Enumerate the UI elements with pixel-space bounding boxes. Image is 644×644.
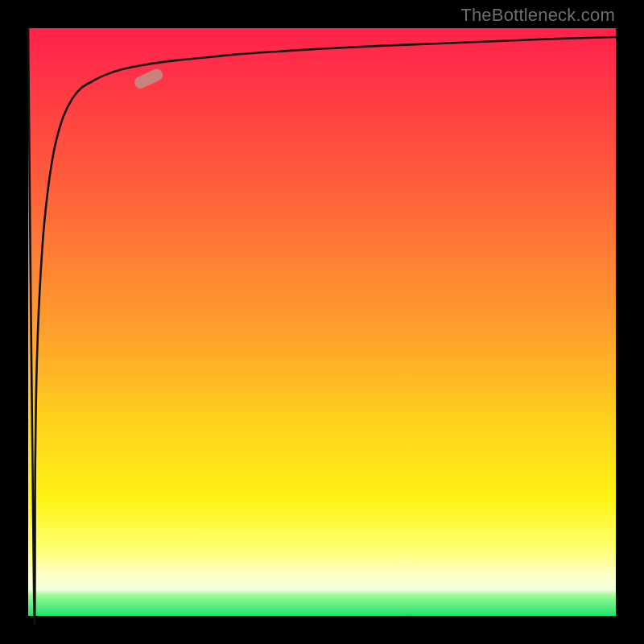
bottleneck-curve xyxy=(28,28,616,624)
chart-stage: TheBottleneck.com xyxy=(0,0,644,644)
curve-marker[interactable] xyxy=(133,68,164,90)
marker-pill-icon xyxy=(133,68,164,90)
watermark-text: TheBottleneck.com xyxy=(460,5,615,26)
curve-svg xyxy=(28,28,616,616)
plot-area xyxy=(28,28,616,616)
